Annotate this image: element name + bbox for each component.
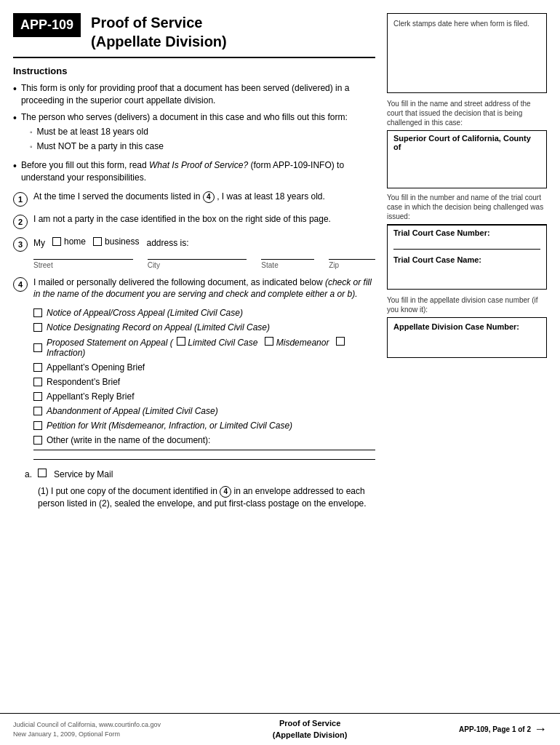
trial-case-number-row: Trial Court Case Number: Trial Court Cas…: [388, 225, 546, 289]
circle-4-ref: 4: [203, 191, 215, 203]
trial-case-name-label: Trial Court Case Name:: [393, 255, 540, 264]
form-header: APP-109 Proof of Service (Appellate Divi…: [13, 13, 375, 58]
doc-item-3: Proposed Statement on Appeal ( Limited C…: [33, 337, 375, 358]
trial-case-number-label: Trial Court Case Number:: [393, 228, 540, 250]
service-a-1-item: (1) I put one copy of the document ident…: [38, 485, 375, 510]
doc-item-4: Appellant’s Opening Brief: [33, 362, 375, 372]
street-label: Street: [33, 259, 133, 269]
instructions-title: Instructions: [13, 65, 375, 76]
page: APP-109 Proof of Service (Appellate Divi…: [0, 0, 560, 745]
doc-item-2: Notice Designating Record on Appeal (Lim…: [33, 322, 375, 332]
doc-checkbox-3b[interactable]: [265, 337, 273, 346]
circle-1: 1: [13, 192, 28, 207]
next-page-arrow: →: [534, 722, 547, 737]
service-a-item: a. Service by Mail: [25, 469, 375, 481]
item-1: 1 At the time I served the documents lis…: [13, 191, 375, 207]
appellate-case-label: Appellate Division Case Number:: [393, 322, 540, 331]
business-checkbox[interactable]: [93, 237, 102, 246]
doc-checkbox-2[interactable]: [33, 323, 42, 332]
bullet-3: •: [13, 159, 17, 174]
business-checkbox-item: business: [93, 236, 139, 247]
footer-left: Judicial Council of California, www.cour…: [13, 720, 161, 738]
write-line-2: [33, 459, 375, 460]
sub-item-1: ◦ Must be at least 18 years old: [30, 126, 348, 138]
doc-checkbox-3[interactable]: [33, 343, 42, 352]
doc-item-6: Appellant’s Reply Brief: [33, 391, 375, 402]
item-2: 2 I am not a party in the case identifie…: [13, 214, 375, 229]
document-list: Notice of Appeal/Cross Appeal (Limited C…: [33, 308, 375, 460]
service-mail-checkbox[interactable]: [38, 469, 47, 477]
doc-checkbox-6[interactable]: [33, 392, 42, 401]
item-3: 3 My home business address is:: [13, 236, 375, 252]
court-name-box: Superior Court of California, County of: [387, 130, 547, 188]
doc-checkbox-3c[interactable]: [336, 337, 345, 346]
other-write-lines: [33, 450, 375, 460]
doc-checkbox-4[interactable]: [33, 363, 42, 372]
case-section-label: You fill in the number and name of the t…: [387, 193, 547, 221]
home-checkbox[interactable]: [52, 237, 61, 246]
city-label: City: [148, 259, 247, 269]
doc-checkbox-9[interactable]: [33, 436, 42, 445]
form-number: APP-109: [13, 13, 81, 37]
write-line-1: [33, 450, 375, 450]
main-content: APP-109 Proof of Service (Appellate Divi…: [0, 0, 560, 713]
service-section: a. Service by Mail (1) I put one copy of…: [25, 469, 375, 509]
left-column: APP-109 Proof of Service (Appellate Divi…: [13, 13, 387, 713]
circle-4-ref2: 4: [220, 486, 231, 498]
circle-3: 3: [13, 237, 28, 252]
instruction-item-3: • Before you fill out this form, read Wh…: [13, 159, 375, 184]
instructions-list: • This form is only for providing proof …: [13, 82, 375, 184]
footer-center: Proof of Service (Appellate Division): [273, 718, 348, 741]
doc-checkbox-3a[interactable]: [177, 337, 185, 346]
doc-checkbox-8[interactable]: [33, 421, 42, 430]
doc-item-5: Respondent’s Brief: [33, 377, 375, 387]
item-4: 4 I mailed or personally delivered the f…: [13, 276, 375, 301]
doc-item-9: Other (write in the name of the document…: [33, 435, 375, 445]
doc-checkbox-5[interactable]: [33, 378, 42, 386]
doc-item-1: Notice of Appeal/Cross Appeal (Limited C…: [33, 308, 375, 318]
county-title: Superior Court of California, County of: [388, 131, 546, 151]
sub-bullet-1: ◦: [30, 127, 33, 138]
address-labels: Street City State Zip: [33, 259, 375, 269]
right-column: Clerk stamps date here when form is file…: [387, 13, 547, 713]
page-footer: Judicial Council of California, www.cour…: [0, 713, 560, 745]
sub-item-2: ◦ Must NOT be a party in this case: [30, 140, 348, 153]
home-checkbox-item: home: [52, 236, 86, 247]
bullet-2: •: [13, 111, 17, 126]
doc-item-7: Abandonment of Appeal (Limited Civil Cas…: [33, 406, 375, 416]
instruction-item-2: • The person who serves (delivers) a doc…: [13, 111, 375, 155]
state-label: State: [261, 259, 314, 269]
circle-2: 2: [13, 215, 28, 229]
footer-right: APP-109, Page 1 of 2 →: [459, 722, 547, 737]
appellate-box: Appellate Division Case Number:: [387, 317, 547, 358]
doc-checkbox-1[interactable]: [33, 308, 42, 317]
clerk-stamp-box: Clerk stamps date here when form is file…: [387, 13, 547, 93]
doc-item-8: Petition for Writ (Misdemeanor, Infracti…: [33, 421, 375, 431]
appellate-label: You fill in the appellate division case …: [387, 295, 547, 314]
zip-label: Zip: [329, 259, 375, 269]
sub-bullet-2: ◦: [30, 142, 33, 152]
form-title: Proof of Service (Appellate Division): [91, 13, 227, 51]
court-label: You fill in the name and street address …: [387, 99, 547, 127]
sub-list: ◦ Must be at least 18 years old ◦ Must N…: [30, 126, 348, 153]
instruction-item-1: • This form is only for providing proof …: [13, 82, 375, 107]
doc-checkbox-7[interactable]: [33, 407, 42, 415]
county-space: [388, 151, 546, 188]
trial-court-box: Trial Court Case Number: Trial Court Cas…: [387, 224, 547, 290]
bullet-1: •: [13, 82, 17, 97]
circle-4: 4: [13, 277, 28, 292]
